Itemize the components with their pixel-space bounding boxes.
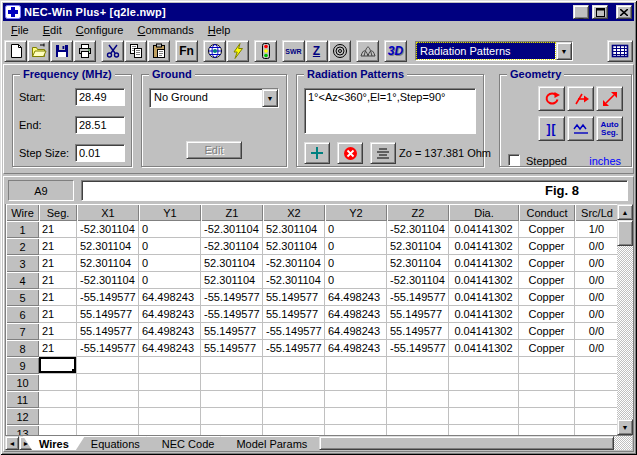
end-input[interactable] xyxy=(75,116,125,134)
cell[interactable]: 0.04141302 xyxy=(449,340,519,357)
cut-button[interactable] xyxy=(101,40,124,62)
vertical-scrollbar-track[interactable] xyxy=(617,246,633,419)
cell[interactable]: 52.301104 xyxy=(387,238,449,255)
horizontal-scrollbar[interactable] xyxy=(319,436,632,450)
row-number[interactable]: 11 xyxy=(6,391,39,408)
view-selector-dropdown[interactable]: Radiation Patterns ▼ xyxy=(415,41,573,61)
cell[interactable] xyxy=(39,374,77,391)
tab-nec-code[interactable]: NEC Code xyxy=(146,436,231,450)
cell[interactable] xyxy=(39,408,77,425)
cell[interactable]: Copper xyxy=(519,306,575,323)
wire-ends-button[interactable]: ][ xyxy=(538,116,565,141)
delete-pattern-button[interactable] xyxy=(337,142,363,164)
cell[interactable]: -55.149577 xyxy=(201,306,263,323)
cell[interactable]: 0/0 xyxy=(575,323,618,340)
start-input[interactable] xyxy=(75,88,125,106)
dropdown-arrow-icon[interactable]: ▼ xyxy=(556,42,572,60)
row-number[interactable]: 7 xyxy=(6,323,39,340)
cell[interactable]: 55.149577 xyxy=(387,306,449,323)
swr-button[interactable]: SWR xyxy=(282,40,305,62)
row-number[interactable]: 12 xyxy=(6,408,39,425)
menu-commands[interactable]: Commands xyxy=(130,23,200,37)
row-number[interactable]: 6 xyxy=(6,306,39,323)
cell[interactable]: -52.301104 xyxy=(201,221,263,238)
horizontal-scrollbar-track[interactable] xyxy=(614,436,632,450)
wire-wave-button[interactable] xyxy=(567,116,594,141)
cell[interactable]: 0/0 xyxy=(575,238,618,255)
scroll-up-icon[interactable]: ▲ xyxy=(617,204,633,220)
row-number[interactable]: 9 xyxy=(6,357,39,374)
menu-configure[interactable]: Configure xyxy=(69,23,131,37)
cell[interactable]: 21 xyxy=(39,323,77,340)
fn-button[interactable]: Fn xyxy=(175,40,198,62)
cell[interactable]: 0/0 xyxy=(575,306,618,323)
step-size-input[interactable] xyxy=(75,144,125,162)
cell[interactable] xyxy=(387,425,449,435)
column-header[interactable]: Src/Ld xyxy=(575,204,618,221)
cell[interactable]: -55.149577 xyxy=(77,289,139,306)
row-number[interactable]: 3 xyxy=(6,255,39,272)
cell[interactable]: Copper xyxy=(519,238,575,255)
cell[interactable] xyxy=(139,357,201,374)
cell[interactable]: 21 xyxy=(39,340,77,357)
cell[interactable] xyxy=(575,374,618,391)
cell[interactable]: 64.498243 xyxy=(139,306,201,323)
cell[interactable]: 52.301104 xyxy=(77,255,139,272)
cell[interactable]: 55.149577 xyxy=(77,323,139,340)
cell[interactable]: 52.301104 xyxy=(201,255,263,272)
cell[interactable]: 21 xyxy=(39,289,77,306)
cell[interactable] xyxy=(201,425,263,435)
cell[interactable] xyxy=(449,357,519,374)
cell[interactable] xyxy=(263,408,325,425)
tab-equations[interactable]: Equations xyxy=(75,436,156,450)
tab-scroll-left-icon[interactable]: ◄ xyxy=(5,436,19,450)
menu-file[interactable]: File xyxy=(4,23,36,37)
column-header[interactable]: Y2 xyxy=(325,204,387,221)
cell[interactable]: -52.301104 xyxy=(387,221,449,238)
column-header[interactable]: Conduct xyxy=(519,204,575,221)
cell[interactable] xyxy=(263,391,325,408)
cell[interactable]: -55.149577 xyxy=(263,323,325,340)
new-button[interactable] xyxy=(4,40,27,62)
cell[interactable]: 0 xyxy=(139,255,201,272)
cell[interactable] xyxy=(263,357,325,374)
cell[interactable]: -55.149577 xyxy=(77,340,139,357)
cell[interactable]: 55.149577 xyxy=(77,306,139,323)
cell[interactable] xyxy=(201,357,263,374)
app-icon[interactable] xyxy=(5,5,21,19)
cell[interactable] xyxy=(519,425,575,435)
row-number[interactable]: 4 xyxy=(6,272,39,289)
cell[interactable] xyxy=(139,374,201,391)
scroll-down-icon[interactable]: ▼ xyxy=(617,419,633,435)
paste-button[interactable] xyxy=(147,40,170,62)
pattern-list-button[interactable] xyxy=(370,142,396,164)
ground-edit-button[interactable]: Edit xyxy=(186,141,242,159)
pattern-plot-button[interactable] xyxy=(356,40,379,62)
maximize-button[interactable] xyxy=(592,5,608,19)
cell[interactable] xyxy=(201,391,263,408)
column-header[interactable]: Z1 xyxy=(201,204,263,221)
cell[interactable]: -52.301104 xyxy=(77,221,139,238)
menu-edit[interactable]: Edit xyxy=(36,23,69,37)
cell[interactable]: 21 xyxy=(39,238,77,255)
horizontal-scrollbar-thumb[interactable] xyxy=(319,436,614,450)
cell[interactable] xyxy=(77,408,139,425)
cell[interactable] xyxy=(575,357,618,374)
cell[interactable]: 0.04141302 xyxy=(449,323,519,340)
cell[interactable]: 64.498243 xyxy=(325,323,387,340)
cell[interactable]: 0 xyxy=(325,272,387,289)
cell[interactable]: Copper xyxy=(519,289,575,306)
impedance-button[interactable]: Z xyxy=(305,40,328,62)
vertical-scrollbar-thumb[interactable] xyxy=(617,220,633,246)
formula-bar[interactable]: Fig. 8 xyxy=(81,180,628,201)
open-button[interactable] xyxy=(27,40,50,62)
cell[interactable]: 52.301104 xyxy=(263,221,325,238)
cell[interactable]: Copper xyxy=(519,221,575,238)
rotate-button[interactable] xyxy=(538,86,565,111)
view-antenna-button[interactable] xyxy=(203,40,226,62)
cell[interactable]: 52.301104 xyxy=(77,238,139,255)
column-header[interactable]: X2 xyxy=(263,204,325,221)
cell[interactable] xyxy=(325,374,387,391)
ground-dropdown[interactable]: No Ground ▼ xyxy=(149,88,279,108)
cell[interactable]: Copper xyxy=(519,272,575,289)
